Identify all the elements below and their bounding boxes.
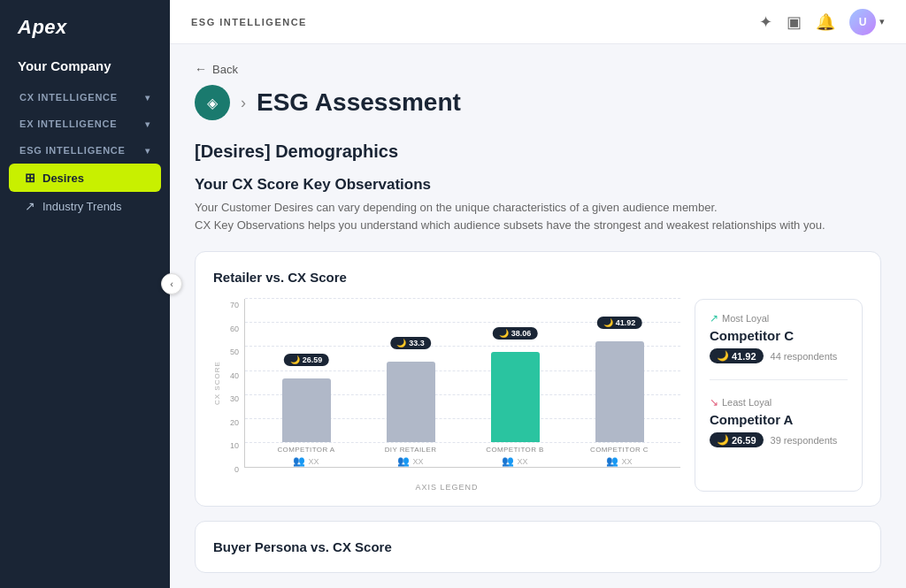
bar-x-label: COMPETITOR A [277,446,334,454]
trend-icon: ↗ [25,199,35,213]
sidebar-item-industry-trends[interactable]: ↗ Industry Trends [9,192,161,220]
bar-competitor-a: 🌙 26.59 COMPETITOR A 👥 XX [254,299,358,467]
group-icon: 👥 [606,455,618,467]
bar-fill: 🌙 33.3 [387,362,435,442]
chevron-down-icon: ▾ [145,119,150,129]
sidebar-item-desires[interactable]: ⊞ Desires [9,164,161,192]
most-loyal-respondents: 44 respondents [771,351,838,362]
bar-value-label: 🌙 41.92 [597,317,642,329]
buyer-persona-chart-card: Buyer Persona vs. CX Score [195,521,881,573]
bell-icon[interactable]: 🔔 [816,12,835,32]
nav-cx-intelligence-1[interactable]: CX Intelligence ▾ [9,84,161,111]
y-axis: 0 10 20 30 40 50 60 70 [223,299,239,476]
moon-icon: 🌙 [717,350,729,362]
most-loyal-item: ↗ Most Loyal Competitor C 🌙 41.92 44 res… [710,312,848,363]
moon-icon: 🌙 [603,318,613,327]
group-icon: 👥 [397,455,410,467]
sidebar-item-label: Industry Trends [42,200,122,213]
x-axis-legend: AXIS LEGEND [213,483,680,492]
main-content: ESG Intelligence ✦ ▣ 🔔 U ▾ ← Back ◈ › ES… [170,0,906,588]
collapse-sidebar-button[interactable]: ‹ [161,273,182,294]
bar-value-label: 🌙 38.06 [493,327,538,340]
bar-icons: 👥 XX [606,455,632,467]
bar-x-label: COMPETITOR C [590,446,649,454]
loyalty-divider [710,379,848,380]
loyalty-panel: ↗ Most Loyal Competitor C 🌙 41.92 44 res… [695,299,863,492]
chart-card-title: Retailer vs. CX Score [213,270,863,285]
least-loyal-name: Competitor A [710,412,848,427]
least-loyal-label: ↘ Least Loyal [710,396,848,409]
most-loyal-score-row: 🌙 41.92 44 respondents [710,348,848,363]
bar-competitor-b: 🌙 38.06 COMPETITOR B 👥 XX [463,299,567,467]
sidebar-item-label: Desires [42,172,84,185]
bar-x-label: COMPETITOR B [486,446,544,454]
back-arrow-icon: ← [195,62,207,76]
bar-icons: 👥 XX [397,455,423,467]
bar-fill: 🌙 41.92 [595,341,644,442]
topbar-title: ESG Intelligence [191,17,307,27]
most-loyal-name: Competitor C [710,328,848,343]
least-loyal-respondents: 39 respondents [771,435,838,446]
bar-icons: 👥 XX [293,455,319,467]
bar-chart-wrapper: CX SCORE 0 10 20 30 40 50 60 70 [213,299,680,492]
bar-value-label: 🌙 33.3 [390,337,431,349]
bar-x-label: DIY RETAILER [385,446,437,454]
chart-area: CX SCORE 0 10 20 30 40 50 60 70 [213,299,863,492]
chevron-down-icon: ▾ [145,93,150,103]
observations-title: Your CX Score Key Observations [195,176,881,194]
chevron-down-icon: ▾ [145,146,150,156]
trend-up-icon: ↗ [710,312,718,325]
least-loyal-item: ↘ Least Loyal Competitor A 🌙 26.59 39 re… [710,396,848,447]
back-label: Back [212,63,238,76]
bar-fill-highlight: 🌙 38.06 [491,352,540,442]
moon-icon: 🌙 [717,434,729,446]
most-loyal-label: ↗ Most Loyal [710,312,848,325]
user-avatar-wrapper[interactable]: U ▾ [849,9,885,35]
nav-label: ESG Intelligence [19,145,126,156]
nav-ex-intelligence[interactable]: EX Intelligence ▾ [9,111,161,137]
section-title: [Desires] Demographics [195,141,881,162]
back-link[interactable]: ← Back [195,62,881,76]
chart-inner: CX SCORE 0 10 20 30 40 50 60 70 [213,299,680,476]
logo: Apex [0,0,170,51]
group-icon: 👥 [293,455,305,467]
nav-group: CX Intelligence ▾ EX Intelligence ▾ ESG … [0,84,170,224]
dashboard-icon[interactable]: ▣ [787,12,802,32]
nav-esg-intelligence[interactable]: ESG Intelligence ▾ [9,137,161,164]
integrations-icon[interactable]: ✦ [759,12,772,32]
topbar: ESG Intelligence ✦ ▣ 🔔 U ▾ [170,0,906,44]
moon-icon: 🌙 [499,329,509,338]
y-axis-label: CX SCORE [213,299,221,467]
bar-competitor-c: 🌙 41.92 COMPETITOR C 👥 XX [567,299,672,467]
nav-label: EX Intelligence [19,118,117,129]
chevron-separator: › [241,94,246,112]
bar-diy-retailer: 🌙 33.3 DIY RETAILER 👥 XX [358,299,463,467]
bar-value-label: 🌙 26.59 [284,354,329,366]
moon-icon: 🌙 [290,355,300,364]
bars-row: 🌙 26.59 COMPETITOR A 👥 XX [245,299,680,467]
grid-icon: ⊞ [25,171,35,185]
avatar: U [849,9,876,35]
bottom-card-title: Buyer Persona vs. CX Score [213,539,863,554]
observations-text: Your Customer Desires can vary depending… [195,199,881,233]
topbar-actions: ✦ ▣ 🔔 U ▾ [759,9,885,35]
most-loyal-score-badge: 🌙 41.92 [710,348,764,363]
content-area: ← Back ◈ › ESG Assessment [Desires] Demo… [170,44,906,588]
avatar-chevron-icon: ▾ [879,16,885,27]
company-name: Your Company [0,51,170,84]
bar-icons: 👥 XX [502,455,527,467]
group-icon: 👥 [502,455,514,467]
bar-fill: 🌙 26.59 [282,378,331,442]
page-header: ◈ › ESG Assessment [195,85,881,120]
retailer-cx-chart-card: Retailer vs. CX Score CX SCORE 0 10 20 [195,251,881,507]
sidebar: Apex Your Company CX Intelligence ▾ EX I… [0,0,170,588]
page-title: ESG Assessment [257,88,461,117]
trend-down-icon: ↘ [710,396,718,409]
nav-label: CX Intelligence [19,92,118,103]
least-loyal-score-badge: 🌙 26.59 [710,432,764,447]
least-loyal-score-row: 🌙 26.59 39 respondents [710,432,848,447]
moon-icon: 🌙 [396,339,406,347]
esg-icon: ◈ [195,85,230,120]
